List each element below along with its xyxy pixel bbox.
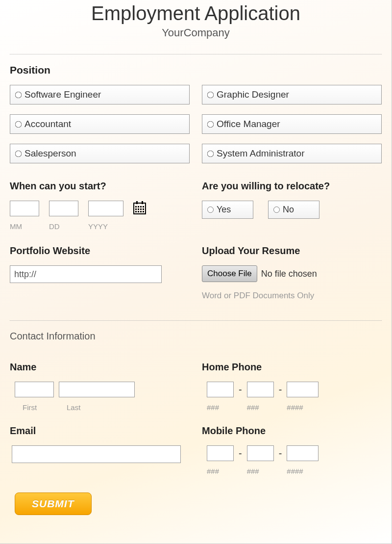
phone-sublabel: ### xyxy=(247,403,274,412)
dash: - xyxy=(239,382,242,397)
svg-rect-10 xyxy=(143,208,144,210)
start-date-dd-input[interactable] xyxy=(49,201,78,216)
page-title: Employment Application xyxy=(10,2,382,25)
email-label: Email xyxy=(10,425,190,437)
radio-input[interactable] xyxy=(15,121,22,128)
page-subtitle: YourCompany xyxy=(10,26,382,39)
relocate-options: Yes No xyxy=(202,201,382,219)
divider xyxy=(10,320,382,321)
file-status: No file chosen xyxy=(261,269,317,279)
start-date-inputs: MM DD YYYY xyxy=(10,201,190,231)
relocate-yes[interactable]: Yes xyxy=(202,201,253,219)
submit-button[interactable]: SUBMIT xyxy=(15,492,92,515)
mobile-phone-line-input[interactable] xyxy=(287,445,318,461)
svg-rect-6 xyxy=(143,206,144,207)
position-options: Software Engineer Graphic Designer Accou… xyxy=(10,85,382,163)
svg-rect-14 xyxy=(143,211,144,212)
option-label: Graphic Designer xyxy=(217,89,289,100)
svg-rect-7 xyxy=(135,208,137,210)
file-hint: Word or PDF Documents Only xyxy=(202,291,382,301)
phone-sublabel: #### xyxy=(287,467,318,475)
first-name-input[interactable] xyxy=(15,382,54,397)
option-label: System Administrator xyxy=(217,148,305,159)
last-sublabel: Last xyxy=(59,403,135,412)
svg-rect-1 xyxy=(136,201,138,204)
contact-heading: Contact Information xyxy=(10,331,382,342)
home-phone-prefix-input[interactable] xyxy=(247,382,274,397)
portfolio-label: Portfolio Website xyxy=(10,245,190,257)
relocate-no[interactable]: No xyxy=(268,201,319,219)
choose-file-button[interactable]: Choose File xyxy=(202,265,257,282)
mobile-phone-area-input[interactable] xyxy=(207,445,234,461)
last-name-input[interactable] xyxy=(59,382,135,397)
portfolio-input[interactable] xyxy=(10,265,162,283)
position-option-accountant[interactable]: Accountant xyxy=(10,114,190,134)
position-option-system-administrator[interactable]: System Administrator xyxy=(202,144,382,163)
start-date-yyyy-input[interactable] xyxy=(88,201,123,216)
svg-rect-5 xyxy=(140,206,142,207)
start-date-mm-input[interactable] xyxy=(10,201,39,216)
option-label: Accountant xyxy=(24,119,71,130)
divider xyxy=(10,54,382,54)
radio-input[interactable] xyxy=(15,91,22,98)
home-phone-line-input[interactable] xyxy=(287,382,318,397)
option-label: No xyxy=(283,205,294,215)
radio-input[interactable] xyxy=(15,150,22,157)
radio-input[interactable] xyxy=(207,150,214,157)
home-phone-label: Home Phone xyxy=(202,362,382,373)
first-sublabel: First xyxy=(15,403,54,412)
mm-sublabel: MM xyxy=(10,222,22,231)
phone-sublabel: ### xyxy=(207,467,234,475)
email-input[interactable] xyxy=(12,445,181,463)
position-label: Position xyxy=(10,64,382,76)
radio-input[interactable] xyxy=(207,91,214,98)
option-label: Office Manager xyxy=(217,119,280,130)
dash: - xyxy=(279,382,282,397)
svg-rect-12 xyxy=(138,211,139,212)
name-label: Name xyxy=(10,362,190,373)
dd-sublabel: DD xyxy=(49,222,60,231)
mobile-phone-label: Mobile Phone xyxy=(202,425,382,437)
svg-rect-4 xyxy=(138,206,139,207)
start-date-label: When can you start? xyxy=(10,181,190,192)
resume-label: Upload Your Resume xyxy=(202,245,382,257)
svg-rect-3 xyxy=(135,206,137,207)
phone-sublabel: #### xyxy=(287,403,318,412)
radio-input[interactable] xyxy=(207,207,214,213)
svg-rect-13 xyxy=(140,211,142,212)
svg-rect-11 xyxy=(135,211,137,212)
dash: - xyxy=(239,445,242,461)
phone-sublabel: ### xyxy=(247,467,274,475)
svg-rect-9 xyxy=(140,208,142,210)
phone-sublabel: ### xyxy=(207,403,234,412)
position-option-software-engineer[interactable]: Software Engineer xyxy=(10,85,190,104)
option-label: Software Engineer xyxy=(24,89,101,100)
form-header: Employment Application YourCompany xyxy=(10,2,382,39)
radio-input[interactable] xyxy=(207,121,214,128)
home-phone-area-input[interactable] xyxy=(207,382,234,397)
position-option-graphic-designer[interactable]: Graphic Designer xyxy=(202,85,382,104)
position-option-office-manager[interactable]: Office Manager xyxy=(202,114,382,134)
calendar-icon[interactable] xyxy=(133,201,146,218)
yyyy-sublabel: YYYY xyxy=(88,222,108,231)
option-label: Salesperson xyxy=(24,148,76,159)
mobile-phone-prefix-input[interactable] xyxy=(247,445,274,461)
radio-input[interactable] xyxy=(273,207,280,213)
svg-rect-2 xyxy=(142,201,143,204)
relocate-label: Are you willing to relocate? xyxy=(202,181,382,192)
option-label: Yes xyxy=(217,205,231,215)
svg-rect-8 xyxy=(138,208,139,210)
dash: - xyxy=(279,445,282,461)
position-option-salesperson[interactable]: Salesperson xyxy=(10,144,190,163)
